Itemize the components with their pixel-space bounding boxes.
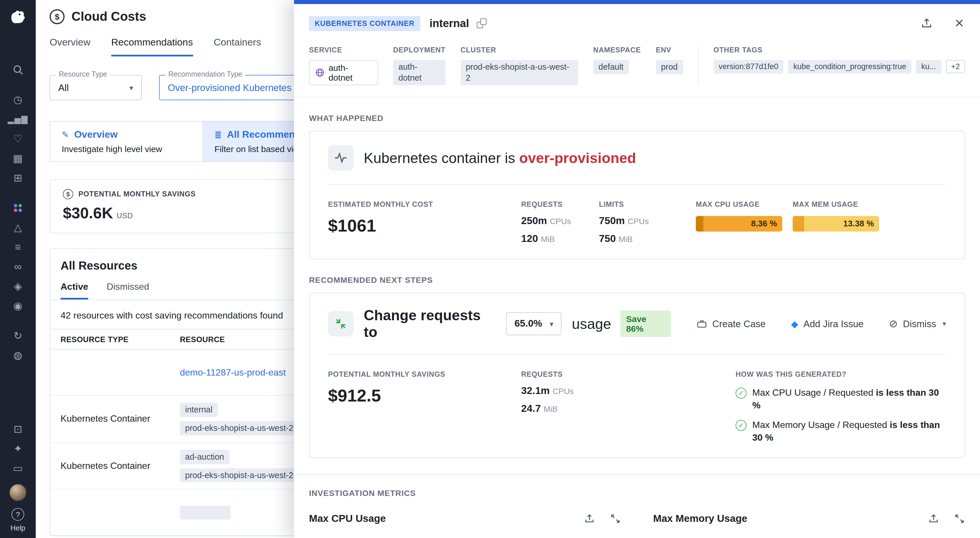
search-icon[interactable] bbox=[0, 62, 36, 77]
max-cpu-label: MAX CPU USAGE bbox=[696, 200, 760, 208]
row-type: Kubernetes Container bbox=[60, 414, 180, 424]
criterion-text: Max Memory Usage / Requested bbox=[752, 420, 890, 430]
max-cpu-block: MAX CPU USAGE 8.36 % bbox=[696, 199, 782, 232]
synthetics-icon[interactable]: ◉ bbox=[0, 298, 36, 313]
close-icon[interactable]: × bbox=[955, 16, 964, 31]
requests-block: REQUESTS 250mCPUs 120MiB bbox=[521, 199, 599, 245]
tab-containers[interactable]: Containers bbox=[213, 37, 261, 56]
tag-chip[interactable]: ku... bbox=[916, 60, 941, 73]
max-cpu-value: 8.36 % bbox=[751, 216, 777, 232]
add-jira-label: Add Jira Issue bbox=[803, 318, 864, 329]
watchdog-icon[interactable]: ♡ bbox=[0, 131, 36, 146]
check-icon: ✓ bbox=[736, 420, 746, 431]
history-icon[interactable]: ◷ bbox=[0, 92, 36, 107]
requests-cpu: 32.1m bbox=[521, 385, 550, 396]
tab-recommendations[interactable]: Recommendations bbox=[111, 37, 193, 56]
meta-service: SERVICE auth-dotnet bbox=[309, 46, 378, 85]
resource-tag[interactable]: prod-eks-shopist-a-us-west-2 bbox=[180, 421, 299, 435]
create-case-button[interactable]: Create Case bbox=[696, 318, 765, 329]
expand-icon[interactable] bbox=[610, 514, 621, 524]
how-generated-block: HOW WAS THIS GENERATED? ✓ Max CPU Usage … bbox=[736, 369, 946, 444]
security-icon[interactable]: ◈ bbox=[0, 279, 36, 294]
export-icon[interactable] bbox=[928, 514, 939, 524]
tag-chip[interactable]: kube_condition_progressing:true bbox=[788, 60, 912, 73]
view-overview-card[interactable]: ✎Overview Investigate high level view bbox=[50, 122, 203, 161]
max-mem-label: MAX MEM USAGE bbox=[793, 200, 858, 208]
service-value: auth-dotnet bbox=[329, 63, 372, 83]
user-avatar[interactable] bbox=[9, 484, 27, 501]
export-icon[interactable] bbox=[921, 17, 933, 29]
ci-icon[interactable]: ↻ bbox=[0, 329, 36, 343]
investigation-metrics-section: INVESTIGATION METRICS Max CPU Usage bbox=[294, 475, 980, 525]
logs-icon[interactable]: ≡ bbox=[0, 240, 36, 255]
headline-text: Kubernetes container is bbox=[364, 149, 515, 166]
criterion-text: Max CPU Usage / Requested bbox=[752, 388, 876, 397]
cloud-costs-icon: $ bbox=[49, 9, 65, 24]
deployment-chip[interactable]: auth-dotnet bbox=[393, 60, 445, 85]
resource-tag[interactable]: internal bbox=[180, 403, 218, 417]
panel-header: KUBERNETES CONTAINER internal × bbox=[294, 4, 980, 31]
resource-tag[interactable]: ad-auction bbox=[180, 449, 229, 464]
more-tags-button[interactable]: +2 bbox=[946, 60, 965, 73]
help-icon[interactable]: ? bbox=[11, 508, 24, 521]
target-percent-value: 65.0% bbox=[514, 318, 542, 330]
pulse-icon bbox=[328, 145, 353, 170]
global-nav-sidebar: ◷ ▂▅▇ ♡ ▦ ⊞ △ ≡ ∞ ◈ ◉ ↻ ◍ ⊡ ✦ ▭ ? Help bbox=[0, 0, 36, 538]
dashboards-icon[interactable]: ▦ bbox=[0, 151, 36, 166]
network-icon[interactable]: ∞ bbox=[0, 259, 36, 274]
potential-savings-label: POTENTIAL MONTHLY SAVINGS bbox=[328, 370, 445, 378]
meta-other-tags: OTHER TAGS version:877d1fe0 kube_conditi… bbox=[713, 46, 965, 73]
dismiss-button[interactable]: ⊘ Dismiss ▾ bbox=[889, 317, 946, 330]
charts-row: Max CPU Usage Max Memory Usage bbox=[309, 513, 965, 525]
limits-label: LIMITS bbox=[599, 200, 624, 208]
copilot-icon[interactable]: ✦ bbox=[0, 441, 36, 456]
panel-meta-row: SERVICE auth-dotnet DEPLOYMENT auth-dotn… bbox=[294, 31, 980, 97]
mem-unit: MiB bbox=[619, 235, 632, 244]
tab-active[interactable]: Active bbox=[60, 282, 88, 300]
panel-title: internal bbox=[430, 17, 469, 30]
headline-row: Kubernetes container is over-provisioned bbox=[328, 145, 946, 170]
meta-divider bbox=[698, 46, 698, 85]
resource-type-select[interactable]: Resource Type All ▾ bbox=[49, 75, 142, 100]
copy-icon[interactable] bbox=[476, 18, 486, 28]
tab-overview[interactable]: Overview bbox=[49, 37, 91, 56]
requests-label: REQUESTS bbox=[521, 200, 563, 208]
max-cpu-usage-bar: 8.36 % bbox=[696, 216, 782, 232]
row-type: Kubernetes Container bbox=[60, 461, 180, 471]
datadog-dog-icon bbox=[9, 9, 27, 25]
help-label: Help bbox=[10, 524, 25, 532]
expand-icon[interactable] bbox=[954, 514, 965, 524]
env-label: ENV bbox=[656, 46, 683, 54]
services-icon[interactable] bbox=[0, 200, 36, 216]
namespace-chip[interactable]: default bbox=[593, 60, 628, 74]
estimated-cost-block: ESTIMATED MONTHLY COST $1061 bbox=[328, 199, 521, 236]
action-title: Change requests to bbox=[364, 307, 495, 340]
criterion-item: ✓ Max CPU Usage / Requested is less than… bbox=[736, 387, 946, 411]
feedback-icon[interactable]: ▭ bbox=[0, 461, 36, 476]
metrics-icon[interactable]: ▂▅▇ bbox=[0, 112, 36, 127]
tab-dismissed[interactable]: Dismissed bbox=[107, 282, 149, 300]
service-label: SERVICE bbox=[309, 46, 378, 54]
workflows-icon[interactable]: ⊡ bbox=[0, 422, 36, 436]
service-chip[interactable]: auth-dotnet bbox=[309, 60, 378, 85]
export-icon[interactable] bbox=[584, 514, 595, 524]
requests-label: REQUESTS bbox=[521, 370, 563, 378]
infrastructure-icon[interactable]: ⊞ bbox=[0, 170, 36, 186]
tag-chip[interactable]: version:877d1fe0 bbox=[713, 60, 783, 73]
env-chip[interactable]: prod bbox=[656, 60, 683, 74]
resource-tag[interactable]: prod-eks-shopist-a-us-west-2 bbox=[180, 468, 299, 482]
next-steps-section-label: RECOMMENDED NEXT STEPS bbox=[294, 275, 980, 284]
meta-cluster: CLUSTER prod-eks-shopist-a-us-west-2 bbox=[461, 46, 578, 85]
add-jira-button[interactable]: ◆ Add Jira Issue bbox=[791, 318, 864, 329]
chart-title: Max CPU Usage bbox=[309, 513, 386, 525]
cluster-chip[interactable]: prod-eks-shopist-a-us-west-2 bbox=[461, 60, 578, 85]
what-happened-section-label: WHAT HAPPENED bbox=[294, 113, 980, 123]
apm-icon[interactable]: △ bbox=[0, 220, 36, 235]
datadog-logo[interactable] bbox=[8, 7, 28, 27]
resource-type-value: All bbox=[58, 82, 121, 93]
check-icon: ✓ bbox=[736, 388, 746, 398]
resource-tag[interactable] bbox=[180, 506, 231, 520]
target-percent-select[interactable]: 65.0% ▾ bbox=[506, 312, 562, 335]
pencil-icon: ✎ bbox=[62, 130, 69, 140]
rum-icon[interactable]: ◍ bbox=[0, 348, 36, 363]
